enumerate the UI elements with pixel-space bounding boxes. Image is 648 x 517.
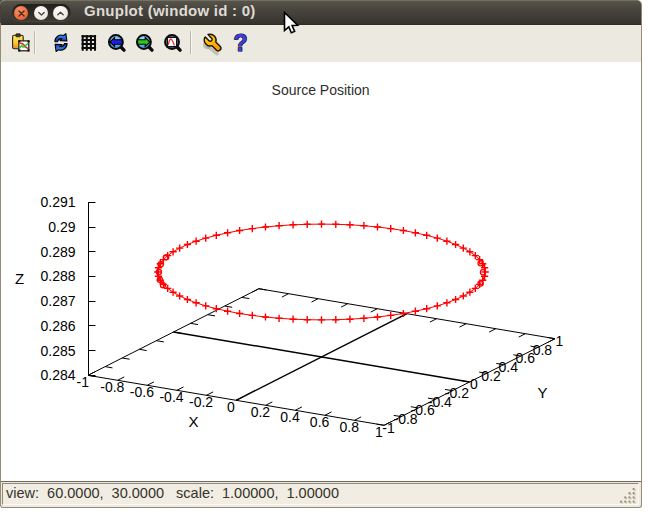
svg-text:0.6: 0.6 — [310, 414, 330, 430]
svg-text:-0.8: -0.8 — [100, 379, 124, 395]
svg-text:Y: Y — [537, 384, 547, 401]
svg-text:-0.2: -0.2 — [189, 394, 213, 410]
svg-text:-0.6: -0.6 — [130, 384, 154, 400]
svg-text:0.2: 0.2 — [251, 404, 271, 420]
svg-text:0: 0 — [227, 399, 235, 415]
svg-text:0.8: 0.8 — [339, 419, 359, 435]
svg-text:0.4: 0.4 — [280, 409, 300, 425]
svg-text:0.285: 0.285 — [40, 343, 75, 359]
svg-text:0.291: 0.291 — [40, 194, 75, 210]
svg-text:0.8: 0.8 — [533, 342, 553, 358]
svg-text:?: ? — [234, 30, 248, 56]
svg-text:0.289: 0.289 — [40, 244, 75, 260]
svg-text:0.284: 0.284 — [40, 367, 75, 383]
svg-text:-0.4: -0.4 — [159, 389, 183, 405]
svg-text:Z: Z — [15, 270, 24, 287]
svg-text:-1: -1 — [76, 374, 89, 390]
svg-text:0.29: 0.29 — [48, 219, 75, 235]
svg-text:0: 0 — [470, 376, 478, 392]
svg-text:Source Position: Source Position — [272, 82, 370, 98]
svg-text:0.287: 0.287 — [40, 293, 75, 309]
svg-text:0.286: 0.286 — [40, 318, 75, 334]
svg-text:1: 1 — [556, 333, 564, 349]
svg-text:0.288: 0.288 — [40, 268, 75, 284]
svg-text:-0.2: -0.2 — [445, 385, 469, 401]
svg-text:X: X — [188, 413, 198, 430]
